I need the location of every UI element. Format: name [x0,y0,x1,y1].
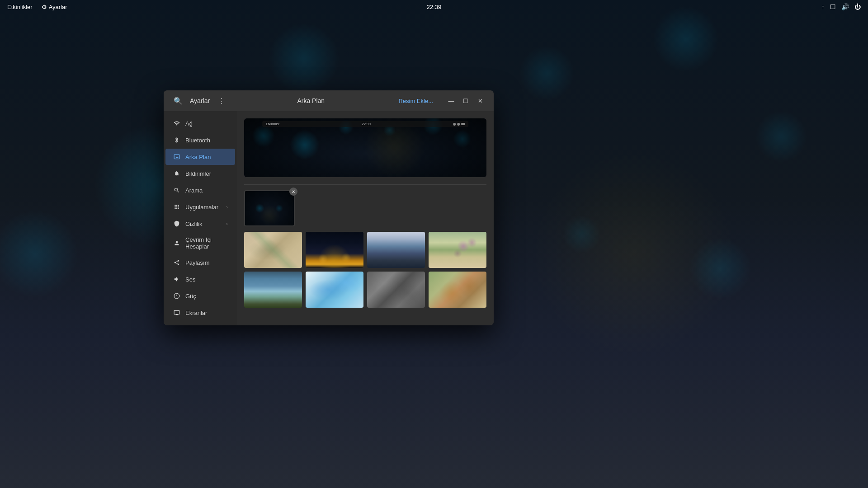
display-icon [173,309,181,317]
apps-icon [173,203,181,211]
wallpaper-section: ✕ [244,184,486,308]
sidebar-item-fare[interactable]: Fare ve Dokunmatik Yüzey [165,321,235,325]
sidebar-item-ag-label: Ağ [185,120,193,127]
sidebar-item-bluetooth-label: Bluetooth [185,137,210,144]
sidebar-item-cevrim[interactable]: Çevrim İçi Hesaplar [165,232,235,254]
sidebar-item-guc-label: Güç [185,293,196,300]
menu-button[interactable]: ⋮ [216,95,227,106]
arrow2-icon: › [226,221,228,226]
wallpaper-item-mountains[interactable] [367,232,425,268]
bluetooth-icon [173,136,181,144]
sidebar-item-paylasim[interactable]: Paylaşım [165,254,235,271]
main-title: Arka Plan [227,97,395,104]
sidebar-item-ses-label: Ses [185,276,195,283]
accounts-icon [173,239,181,247]
current-wp-image: Etkinlikler 22:39 [244,118,486,177]
topbar: Etkinlikler ⚙ Ayarlar 22:39 ↑ ☐ 🔊 ⏻ [0,0,868,14]
close-button[interactable]: ✕ [474,94,486,107]
sound-icon [173,275,181,283]
add-image-button[interactable]: Resim Ekle... [395,96,437,106]
sidebar-title: Ayarlar [190,97,210,104]
wp-mini-vol-icon [457,123,460,126]
wp-mini-wifi-icon [453,123,456,126]
sidebar-item-bildirimler-label: Bildirimler [185,170,211,177]
wallpaper-item-stone[interactable] [367,272,425,308]
window-titlebar: 🔍 Ayarlar ⋮ Arka Plan Resim Ekle... — ☐ … [164,90,494,111]
selected-wallpaper-item: ✕ [244,190,295,226]
titlebar-actions: Resim Ekle... — ☐ ✕ [395,94,486,107]
wallpaper-item-blue-abstract[interactable] [306,272,363,308]
sidebar-item-ag[interactable]: Ağ [165,115,235,131]
sidebar-item-cevrim-label: Çevrim İçi Hesaplar [185,236,228,250]
background-icon [173,153,181,161]
selected-wallpaper-thumb[interactable] [244,190,295,226]
search-icon: 🔍 [174,97,183,105]
sidebar-item-arkaplan[interactable]: Arka Plan [165,149,235,165]
sci-fi-thumbnail [245,191,294,225]
sidebar-item-arama[interactable]: Arama [165,182,235,198]
wallpaper-grid [244,232,486,308]
wp-mini-icons [453,123,465,126]
sidebar-item-bildirimler[interactable]: Bildirimler [165,165,235,182]
privacy-icon [173,220,181,228]
main-content: Etkinlikler 22:39 [237,111,494,325]
remove-wallpaper-button[interactable]: ✕ [289,188,297,196]
wp-mini-clock: 22:39 [362,122,371,126]
topbar-clock: 22:39 [427,4,442,10]
window-body: Ağ Bluetooth Arka Plan Bildirimler [164,111,494,325]
network-icon [173,119,181,127]
sidebar-item-arkaplan-label: Arka Plan [185,154,211,160]
search-button[interactable]: 🔍 [171,94,185,108]
window-controls: — ☐ ✕ [445,94,486,107]
activities-label[interactable]: Etkinlikler [7,4,33,10]
titlebar-left: 🔍 Ayarlar ⋮ [171,94,227,108]
wallpaper-item-autumn[interactable] [429,272,486,308]
maximize-button[interactable]: ☐ [459,94,472,107]
settings-gear-label[interactable]: ⚙ Ayarlar [42,4,67,10]
wallpaper-item-forest-lake[interactable] [244,272,302,308]
sidebar-item-ekranlar[interactable]: Ekranlar [165,305,235,321]
topbar-right: ↑ ☐ 🔊 ⏻ [821,3,861,10]
wp-mini-bat-icon [461,123,465,125]
sidebar-item-ses[interactable]: Ses [165,271,235,287]
sidebar-item-gizlilik[interactable]: Gizlilik › [165,216,235,232]
volume-icon: 🔊 [841,3,849,10]
sidebar-item-uygulamalar-label: Uygulamalar [185,204,218,211]
current-wallpaper-preview: Etkinlikler 22:39 [244,118,486,177]
wp-mini-topbar: Etkinlikler 22:39 [262,121,468,127]
settings-sidebar: Ağ Bluetooth Arka Plan Bildirimler [164,111,237,325]
power2-icon [173,292,181,300]
sidebar-item-guc[interactable]: Güç [165,288,235,304]
wp-mini-activities: Etkinlikler [266,122,279,126]
sidebar-item-gizlilik-label: Gizlilik [185,221,203,227]
sidebar-item-bluetooth[interactable]: Bluetooth [165,132,235,148]
notifications-icon [173,169,181,178]
window-icon: ☐ [830,3,836,10]
search2-icon [173,186,181,194]
wallpaper-item-city-night[interactable] [306,232,363,268]
minimize-button[interactable]: — [445,94,458,107]
arrow-icon: › [226,204,228,210]
sidebar-item-uygulamalar[interactable]: Uygulamalar › [165,199,235,215]
sidebar-item-ekranlar-label: Ekranlar [185,310,207,316]
upload-icon: ↑ [821,3,825,10]
gear-icon: ⚙ [42,4,47,10]
sharing-icon [173,258,181,267]
wallpaper-item-map[interactable] [244,232,302,268]
topbar-left: Etkinlikler ⚙ Ayarlar [7,4,67,10]
sidebar-item-arama-label: Arama [185,187,203,194]
settings-window: 🔍 Ayarlar ⋮ Arka Plan Resim Ekle... — ☐ … [164,90,494,325]
wallpaper-item-flowers[interactable] [429,232,486,268]
power-icon: ⏻ [854,3,861,10]
sidebar-item-paylasim-label: Paylaşım [185,259,209,266]
